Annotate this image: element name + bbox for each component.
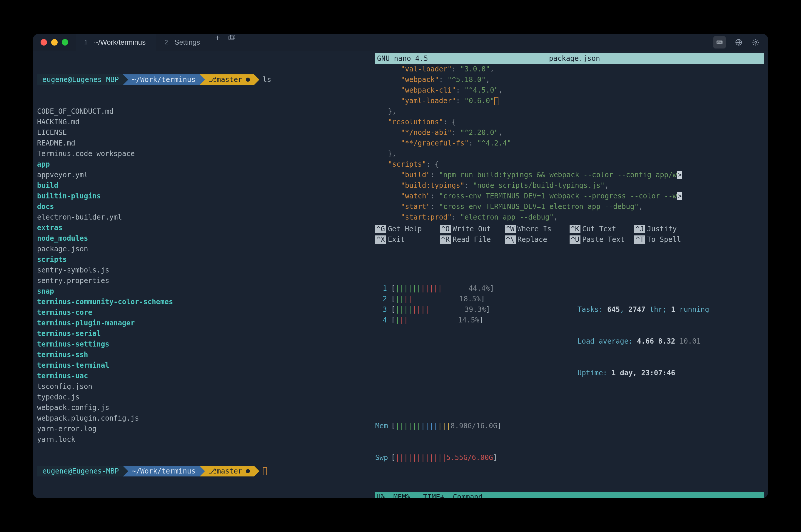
ls-entry: build [37, 180, 367, 191]
nano-line: "webpack-cli": "^4.5.0", [375, 85, 764, 96]
cpu-meter: 4[|||14.5%] [375, 315, 566, 325]
nano-line: "start": "cross-env TERMINUS_DEV=1 elect… [375, 201, 764, 212]
htop-columns-header[interactable]: U% MEM% TIME+ Command [375, 492, 764, 498]
nano-shortcut: ^UPaste Text [570, 234, 634, 245]
nano-version: GNU nano 4.5 [377, 53, 428, 64]
new-tab-button[interactable] [213, 34, 222, 42]
tab-label: Settings [174, 37, 200, 48]
nano-editor-body[interactable]: "val-loader": "3.0.0", "webpack": "^5.18… [375, 64, 764, 223]
ls-entry: sentry-symbols.js [37, 265, 367, 276]
git-branch-icon: ⎇ [208, 74, 217, 85]
nano-shortcut [699, 224, 764, 234]
nano-shortcut: ^TTo Spell [634, 234, 699, 245]
tab-label: ~/Work/terminus [94, 37, 146, 48]
minimize-window-button[interactable] [51, 39, 58, 45]
settings-gear-icon[interactable] [751, 38, 760, 46]
nano-line: "resolutions": { [375, 117, 764, 127]
prompt-git-branch: ⎇ master [200, 466, 254, 476]
nano-shortcut [699, 234, 764, 245]
cpu-meter: 3[||||||||39.3%] [375, 304, 566, 315]
tab-2[interactable]: 2 Settings [156, 34, 210, 51]
right-terminal-pane[interactable]: GNU nano 4.5 package.json "val-loader": … [371, 51, 768, 498]
nano-line: }, [375, 148, 764, 159]
ls-entry: terminus-uac [37, 370, 367, 381]
ls-entry: terminus-ssh [37, 349, 367, 360]
git-dirty-dot-icon [246, 78, 250, 82]
nano-line: }, [375, 106, 764, 117]
nano-filename: package.json [428, 53, 721, 64]
nano-line: "*/node-abi": "^2.20.0", [375, 127, 764, 138]
nano-shortcut: ^GGet Help [375, 224, 440, 234]
shell-prompt: eugene@Eugenes-MBP ~/Work/terminus ⎇ mas… [37, 466, 367, 476]
ls-entry: HACKING.md [37, 117, 367, 127]
titlebar-actions: ⌨ [705, 36, 768, 49]
ls-entry: electron-builder.yml [37, 212, 367, 223]
nano-line: "yaml-loader": "0.6.0" [375, 96, 764, 106]
cursor-icon [263, 467, 267, 475]
ls-entry: webpack.plugin.config.js [37, 413, 367, 423]
ls-entry: node_modules [37, 233, 367, 244]
ls-entry: appveyor.yml [37, 170, 367, 180]
tab-1[interactable]: 1 ~/Work/terminus [76, 34, 156, 51]
nano-shortcut: ^JJustify [634, 224, 699, 234]
nano-line: "watch": "cross-env TERMINUS_DEV=1 webpa… [375, 191, 764, 201]
nano-shortcut: ^\Replace [505, 234, 570, 245]
ls-entry: builtin-plugins [37, 191, 367, 201]
nano-line: "**/graceful-fs": "^4.2.4" [375, 138, 764, 148]
ls-entry: terminus-serial [37, 328, 367, 339]
ls-entry: extras [37, 223, 367, 233]
nano-line: "build": "npm run build:typings && webpa… [375, 170, 764, 180]
ls-entry: app [37, 159, 367, 170]
cpu-meters: 1[|||||||||||44.4%]2[||||18.5%]3[|||||||… [375, 283, 566, 399]
nano-line: "build:typings": "node scripts/build-typ… [375, 180, 764, 191]
mem-meter: Mem[|||||||||||||8.90G/16.0G] [375, 421, 764, 431]
ls-entry: yarn.lock [37, 434, 367, 445]
htop-summary: Tasks: 645, 2747 thr; 1 running Load ave… [578, 283, 709, 399]
close-window-button[interactable] [41, 39, 47, 45]
ls-entry: docs [37, 201, 367, 212]
maximize-window-button[interactable] [62, 39, 68, 45]
tab-index: 1 [84, 37, 88, 48]
shell-prompt: eugene@Eugenes-MBP ~/Work/terminus ⎇ mas… [37, 74, 367, 85]
tabs-bar: 1 ~/Work/terminus 2 Settings [76, 34, 705, 51]
ls-entry: CODE_OF_CONDUCT.md [37, 106, 367, 117]
svg-rect-1 [230, 35, 235, 39]
ls-entry: terminus-settings [37, 339, 367, 349]
split-pane-button[interactable] [228, 34, 236, 42]
ls-entry: typedoc.js [37, 392, 367, 402]
terminal-panes: eugene@Eugenes-MBP ~/Work/terminus ⎇ mas… [33, 51, 768, 498]
swp-meter: Swp[||||||||||||5.55G/6.00G] [375, 452, 764, 463]
prompt-host: eugene@Eugenes-MBP [37, 466, 123, 476]
ls-entry: package.json [37, 244, 367, 254]
cpu-meter: 2[||||18.5%] [375, 293, 566, 304]
titlebar: 1 ~/Work/terminus 2 Settings ⌨ [33, 34, 768, 51]
ls-entry: README.md [37, 138, 367, 148]
ls-entry: tsconfig.json [37, 381, 367, 392]
ls-entry: sentry.properties [37, 276, 367, 286]
nano-line: "start:prod": "electron app --debug", [375, 212, 764, 223]
nano-shortcut: ^WWhere Is [505, 224, 570, 234]
nano-shortcut: ^XExit [375, 234, 440, 245]
globe-icon[interactable] [734, 38, 743, 46]
nano-shortcut-bar: ^GGet Help^OWrite Out^WWhere Is^KCut Tex… [375, 224, 764, 245]
prompt-host: eugene@Eugenes-MBP [37, 74, 123, 85]
prompt-path: ~/Work/terminus [123, 74, 200, 85]
app-window: 1 ~/Work/terminus 2 Settings ⌨ [33, 34, 768, 498]
typed-command: ls [263, 74, 272, 85]
nano-line: "val-loader": "3.0.0", [375, 64, 764, 74]
prompt-path: ~/Work/terminus [123, 466, 200, 476]
nano-line: "webpack": "^5.18.0", [375, 74, 764, 85]
ls-entry: terminus-community-color-schemes [37, 297, 367, 307]
keyboard-badge-icon[interactable]: ⌨ [713, 36, 726, 49]
ls-entry: snap [37, 286, 367, 297]
htop-meters: 1[|||||||||||44.4%]2[||||18.5%]3[|||||||… [375, 262, 764, 484]
git-dirty-dot-icon [246, 469, 250, 473]
git-branch-icon: ⎇ [208, 466, 217, 476]
ls-entry: Terminus.code-workspace [37, 148, 367, 159]
left-terminal-pane[interactable]: eugene@Eugenes-MBP ~/Work/terminus ⎇ mas… [33, 51, 371, 498]
ls-entry: terminus-core [37, 307, 367, 318]
window-controls [33, 39, 76, 45]
ls-entry: LICENSE [37, 127, 367, 138]
svg-point-3 [755, 41, 757, 43]
ls-entry: scripts [37, 254, 367, 265]
